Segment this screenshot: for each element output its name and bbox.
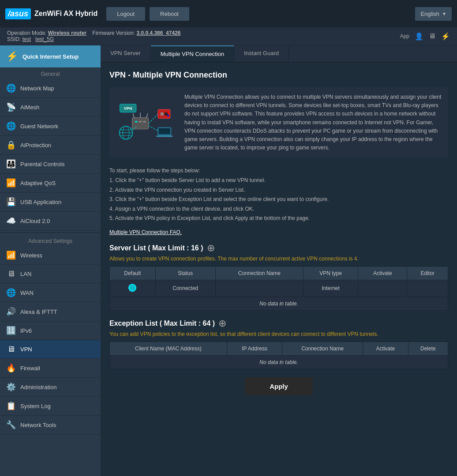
col-connection-name-ex: Connection Name: [282, 342, 363, 355]
svg-rect-17: [159, 128, 170, 134]
exception-no-data-cell: No data in table.: [110, 355, 448, 369]
language-selector[interactable]: English ▼: [415, 7, 452, 21]
svg-line-9: [149, 115, 158, 123]
sidebar-item-aicloud[interactable]: ☁️ AiCloud 2.0: [0, 212, 101, 231]
sidebar-item-label: Parental Controls: [20, 161, 64, 167]
connected-dot: [128, 284, 136, 292]
sidebar-item-administration[interactable]: ⚙️ Administration: [0, 378, 101, 397]
parental-controls-icon: 👨‍👩‍👧: [6, 159, 16, 169]
adaptive-qos-icon: 📶: [6, 178, 16, 188]
sidebar-item-label: USB Application: [20, 199, 61, 205]
tab-instant-guard[interactable]: Instant Guard: [234, 45, 289, 62]
tab-multiple-vpn[interactable]: Multiple VPN Connection: [151, 45, 235, 62]
sidebar-item-guest-network[interactable]: 🌐 Guest Network: [0, 117, 101, 136]
steps-section: To start, please follow the steps below:…: [109, 166, 448, 223]
logout-button[interactable]: Logout: [106, 7, 145, 21]
sidebar-item-label: Network Map: [20, 85, 54, 92]
monitor-icon[interactable]: 🖥: [429, 32, 436, 40]
usb-icon[interactable]: ⚡: [441, 32, 450, 41]
description-text: Multiple VPN Connection allows you to co…: [184, 93, 442, 152]
col-activate-ex: Activate: [363, 342, 408, 355]
sidebar-item-label: Alexa & IFTTT: [20, 309, 57, 315]
svg-rect-18: [156, 136, 172, 137]
user-icon[interactable]: 👤: [415, 32, 423, 41]
sidebar-item-wan[interactable]: 🌐 WAN: [0, 283, 101, 302]
firmware-value[interactable]: 3.0.0.4.386_47426: [136, 30, 180, 36]
sidebar-item-ipv6[interactable]: 🔢 IPv6: [0, 321, 101, 340]
svg-point-12: [161, 112, 164, 115]
sidebar-item-label: LAN: [20, 271, 31, 277]
aimesh-icon: 📡: [6, 102, 16, 112]
sidebar-item-label: VPN: [20, 346, 32, 353]
status-bar: Operation Mode: Wireless router Firmware…: [0, 27, 457, 45]
vpn-diagram-area: VPN: [116, 93, 177, 152]
sidebar-item-aiprotection[interactable]: 🔒 AiProtection: [0, 136, 101, 155]
sidebar-item-wireless[interactable]: 📶 Wireless: [0, 246, 101, 265]
cell-status: Connected: [155, 280, 215, 297]
sidebar-divider: [0, 232, 101, 233]
product-name: ZenWiFi AX Hybrid: [34, 10, 97, 18]
description-box: VPN: [109, 87, 448, 158]
sidebar-item-network-tools[interactable]: 🔧 Network Tools: [0, 416, 101, 435]
vpn-diagram-svg: VPN: [118, 100, 175, 145]
sidebar-item-network-map[interactable]: 🌐 Network Map: [0, 79, 101, 98]
sidebar-item-firewall[interactable]: 🔥 Firewall: [0, 359, 101, 378]
sidebar-item-vpn[interactable]: 🖥 VPN: [0, 340, 101, 359]
svg-rect-11: [158, 109, 170, 118]
server-list-add-button[interactable]: ⊕: [207, 243, 215, 253]
asus-logo: /asus: [5, 8, 31, 19]
reboot-button[interactable]: Reboot: [150, 7, 189, 21]
step-3: 3. Click the "+" button beside Exception…: [109, 195, 448, 205]
quick-setup-label: Quick Internet Setup: [22, 53, 79, 60]
sidebar-item-usb-application[interactable]: 💾 USB Application: [0, 193, 101, 212]
exception-list-add-button[interactable]: ⊕: [218, 319, 226, 328]
quick-setup-item[interactable]: ⚡ Quick Internet Setup: [0, 45, 101, 67]
col-editor: Editor: [407, 266, 448, 280]
exception-list-title: Exception List ( Max Limit : 64 ): [109, 320, 215, 327]
sidebar-item-label: IPv6: [20, 327, 32, 334]
operation-mode-label: Operation Mode:: [7, 30, 46, 36]
cell-connection-name: [215, 280, 303, 297]
network-map-icon: 🌐: [6, 83, 16, 93]
vpn-icon: 🖥: [6, 345, 16, 354]
step-2: 2. Activate the VPN connection you creat…: [109, 186, 448, 195]
step-5: 5. Activate the VPN policy in Exception …: [109, 214, 448, 223]
wireless-icon: 📶: [6, 250, 16, 260]
sidebar-item-label: Guest Network: [20, 123, 58, 130]
ssid-5g[interactable]: test_5G: [35, 36, 54, 42]
sidebar-item-aimesh[interactable]: 📡 AiMesh: [0, 98, 101, 117]
sidebar-item-parental-controls[interactable]: 👨‍👩‍👧 Parental Controls: [0, 155, 101, 174]
page-title: VPN - Multiple VPN Connection: [109, 71, 448, 80]
logo-area: /asus ZenWiFi AX Hybrid: [5, 8, 97, 19]
sidebar-item-label: AiMesh: [20, 104, 39, 111]
apply-button[interactable]: Apply: [245, 377, 313, 395]
alexa-icon: 🔊: [6, 307, 16, 316]
sidebar-item-adaptive-qos[interactable]: 📶 Adaptive QoS: [0, 174, 101, 193]
aicloud-icon: ☁️: [6, 216, 16, 226]
general-section-title: General: [0, 67, 101, 79]
cell-default: [110, 280, 156, 297]
content-area: VPN Server Multiple VPN Connection Insta…: [101, 45, 457, 476]
faq-link[interactable]: Multiple VPN Connection FAQ.: [109, 229, 182, 235]
operation-mode-value[interactable]: Wireless router: [48, 30, 86, 36]
sidebar-item-system-log[interactable]: 📋 System Log: [0, 397, 101, 416]
svg-line-5: [146, 114, 148, 118]
firewall-icon: 🔥: [6, 363, 16, 373]
steps-title: To start, please follow the steps below:: [109, 166, 448, 176]
sidebar-item-alexa-ifttt[interactable]: 🔊 Alexa & IFTTT: [0, 302, 101, 321]
exception-no-data-row: No data in table.: [110, 355, 448, 369]
sidebar-item-label: Firewall: [20, 365, 40, 372]
sidebar-item-lan[interactable]: 🖥 LAN: [0, 265, 101, 283]
exception-list-header: Exception List ( Max Limit : 64 ) ⊕: [109, 319, 448, 328]
server-list-header: Server List ( Max Limit : 16 ) ⊕: [109, 243, 448, 253]
svg-rect-7: [139, 121, 142, 123]
svg-rect-6: [135, 121, 138, 123]
apply-section: Apply: [109, 377, 448, 395]
ssid-2g[interactable]: test: [22, 36, 31, 42]
language-label: English: [420, 11, 439, 17]
svg-line-3: [133, 114, 134, 118]
exception-list-note: You can add VPN policies to the exceptio…: [109, 331, 448, 337]
ssid-label: SSID:: [7, 36, 21, 42]
tab-vpn-server[interactable]: VPN Server: [101, 45, 151, 62]
col-ip-address: IP Address: [227, 342, 282, 355]
